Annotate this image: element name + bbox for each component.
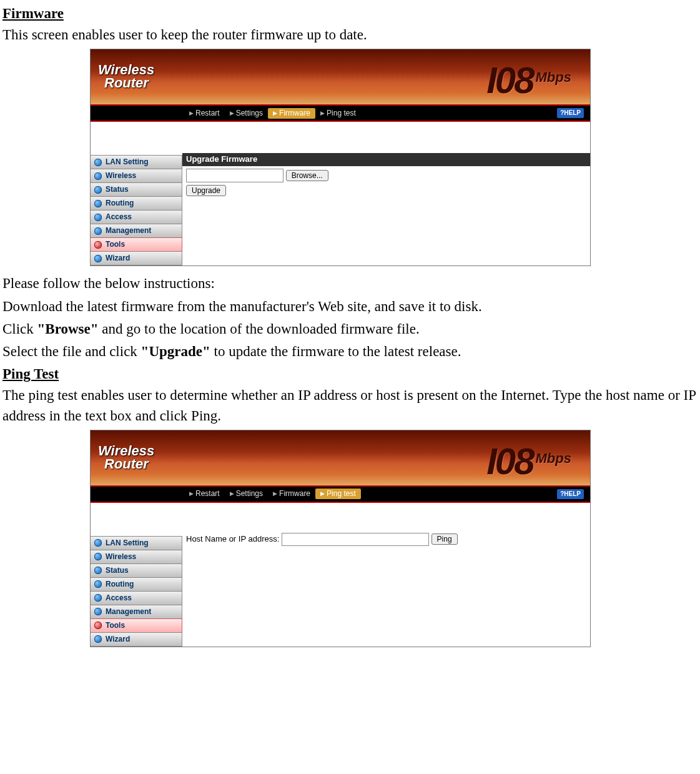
bullet-icon <box>94 241 102 249</box>
arrow-icon: ▶ <box>189 109 194 117</box>
tab-firmware[interactable]: ▶Firmware <box>268 489 315 499</box>
sidebar-item-management[interactable]: Management <box>91 605 182 619</box>
sidebar-item-routing[interactable]: Routing <box>91 577 182 592</box>
sidebar-item-wireless[interactable]: Wireless <box>91 169 182 183</box>
tabs-row: ▶Restart ▶Settings ▶Firmware ▶Ping test … <box>91 485 590 503</box>
ping-host-input[interactable] <box>282 533 429 546</box>
speed-number: I08 <box>486 440 533 482</box>
sidebar-item-wizard[interactable]: Wizard <box>91 251 182 265</box>
tab-restart-label: Restart <box>195 108 220 119</box>
bullet-icon <box>94 553 102 560</box>
sidebar-item-wireless[interactable]: Wireless <box>91 550 182 564</box>
help-label: HELP <box>564 109 581 116</box>
speed-badge: I08Mbps <box>486 435 571 485</box>
tab-settings[interactable]: ▶Settings <box>225 489 268 499</box>
instruction-1: Download the latest firmware from the ma… <box>2 297 698 317</box>
bullet-icon <box>94 255 102 262</box>
firmware-intro: This screen enables user to keep the rou… <box>2 25 698 45</box>
instruction-2-post: and go to the location of the downloaded… <box>99 321 420 337</box>
arrow-icon: ▶ <box>230 490 234 498</box>
sidebar-item-label: Status <box>106 184 129 195</box>
bullet-icon <box>94 622 102 629</box>
router-banner: Wireless Router I08Mbps <box>91 49 590 104</box>
pingtest-intro: The ping test enables user to determine … <box>2 385 698 425</box>
tab-firmware[interactable]: ▶Firmware <box>268 108 315 119</box>
instruction-2: Click "Browse" and go to the location of… <box>2 319 698 339</box>
arrow-icon: ▶ <box>189 490 194 498</box>
sidebar-item-lan[interactable]: LAN Setting <box>91 536 182 550</box>
sidebar-item-management[interactable]: Management <box>91 224 182 238</box>
tab-firmware-label: Firmware <box>279 489 310 499</box>
arrow-icon: ▶ <box>273 490 277 498</box>
sidebar: LAN Setting Wireless Status Routing Acce… <box>91 503 182 647</box>
tab-pingtest[interactable]: ▶Ping test <box>315 108 361 119</box>
tab-restart-label: Restart <box>195 489 220 499</box>
tab-settings-label: Settings <box>236 489 263 499</box>
ping-button[interactable]: Ping <box>431 533 458 545</box>
main-panel: Host Name or IP address: Ping <box>182 503 590 647</box>
firmware-file-input[interactable] <box>186 169 283 182</box>
router-logo: Wireless Router <box>91 445 154 471</box>
instruction-2-pre: Click <box>2 321 37 337</box>
arrow-icon: ▶ <box>320 109 325 117</box>
arrow-icon: ▶ <box>273 109 277 117</box>
tabs-row: ▶Restart ▶Settings ▶Firmware ▶Ping test … <box>91 104 590 122</box>
sidebar-item-label: Tools <box>106 620 125 631</box>
tab-settings-label: Settings <box>236 108 263 119</box>
sidebar-item-tools[interactable]: Tools <box>91 237 182 252</box>
browse-button[interactable]: Browse... <box>286 170 328 181</box>
upgrade-firmware-title: Upgrade Firmware <box>182 153 590 166</box>
sidebar-item-label: LAN Setting <box>106 538 149 548</box>
sidebar-item-routing[interactable]: Routing <box>91 196 182 211</box>
upgrade-button[interactable]: Upgrade <box>186 185 226 196</box>
bullet-icon <box>94 635 102 643</box>
bullet-icon <box>94 159 102 166</box>
sidebar-item-tools[interactable]: Tools <box>91 618 182 633</box>
sidebar-item-label: Wizard <box>106 253 130 264</box>
instruction-3-bold: "Upgrade" <box>141 344 210 359</box>
bullet-icon <box>94 567 102 574</box>
sidebar-item-label: Status <box>106 565 129 576</box>
arrow-icon: ▶ <box>320 490 325 498</box>
help-button[interactable]: ?HELP <box>557 108 584 118</box>
sidebar-item-wizard[interactable]: Wizard <box>91 632 182 647</box>
tab-restart[interactable]: ▶Restart <box>184 489 225 499</box>
tab-pingtest-label: Ping test <box>327 489 356 499</box>
pingtest-heading: Ping Test <box>2 364 698 384</box>
sidebar-item-label: Access <box>106 212 132 222</box>
router-banner: Wireless Router I08Mbps <box>91 430 590 485</box>
speed-number: I08 <box>486 59 533 101</box>
bullet-icon <box>94 608 102 615</box>
instruction-3-pre: Select the file and click <box>2 344 141 359</box>
tab-restart[interactable]: ▶Restart <box>184 108 225 119</box>
bullet-icon <box>94 227 102 235</box>
tab-settings[interactable]: ▶Settings <box>225 108 268 119</box>
sidebar-item-label: Wizard <box>106 634 130 645</box>
help-label: HELP <box>564 490 581 497</box>
ping-label: Host Name or IP address: <box>186 534 279 543</box>
bullet-icon <box>94 172 102 180</box>
sidebar-item-label: Wireless <box>106 552 136 562</box>
sidebar-item-label: LAN Setting <box>106 157 149 167</box>
sidebar-item-label: Management <box>106 226 151 236</box>
sidebar-item-access[interactable]: Access <box>91 591 182 605</box>
router-logo: Wireless Router <box>91 64 154 90</box>
sidebar-item-lan[interactable]: LAN Setting <box>91 155 182 169</box>
sidebar-item-status[interactable]: Status <box>91 182 182 197</box>
bullet-icon <box>94 186 102 194</box>
help-button[interactable]: ?HELP <box>557 489 584 499</box>
tab-firmware-label: Firmware <box>279 108 310 119</box>
instruction-2-bold: "Browse" <box>37 321 99 337</box>
sidebar-item-access[interactable]: Access <box>91 210 182 224</box>
speed-unit: Mbps <box>536 450 571 466</box>
main-panel: Upgrade Firmware Browse... Upgrade <box>182 122 590 265</box>
speed-unit: Mbps <box>536 69 571 85</box>
tab-pingtest[interactable]: ▶Ping test <box>315 489 361 499</box>
tab-pingtest-label: Ping test <box>327 108 356 119</box>
bullet-icon <box>94 214 102 221</box>
bullet-icon <box>94 594 102 602</box>
sidebar-item-status[interactable]: Status <box>91 563 182 578</box>
sidebar-item-label: Tools <box>106 239 125 250</box>
logo-line2: Router <box>98 77 154 90</box>
bullet-icon <box>94 580 102 588</box>
